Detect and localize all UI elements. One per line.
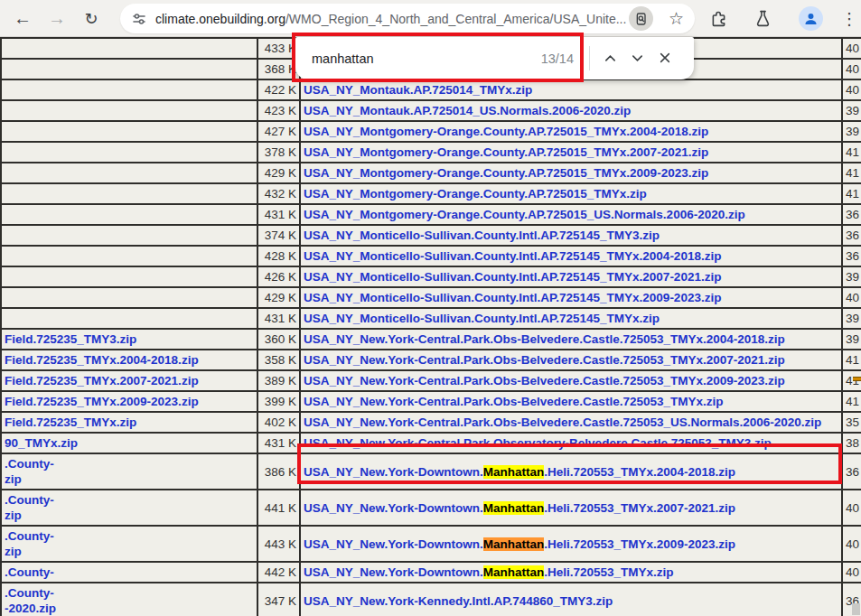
- file-link[interactable]: USA_NY_Monticello-Sullivan.County.Intl.A…: [304, 312, 660, 325]
- left-file-name-cell: Field.725235_TMYx.2007-2021.zip: [1, 370, 257, 391]
- file-size: 358 K: [257, 350, 300, 370]
- file-link-partial[interactable]: Field.725235_TMYx.2009-2023.zip: [5, 395, 199, 408]
- file-link[interactable]: USA_NY_New.York-Downtown.Manhattan.Heli.…: [304, 565, 674, 579]
- file-link[interactable]: USA_NY_New.York-Central.Park.Obs-Belvede…: [304, 332, 785, 346]
- site-info-icon[interactable]: [132, 12, 146, 26]
- table-row: Field.725235_TMY3.zip360 KUSA_NY_New.Yor…: [1, 329, 861, 350]
- file-link-partial[interactable]: .County-: [5, 493, 54, 507]
- file-link[interactable]: USA_NY_Montgomery-Orange.County.AP.72501…: [304, 145, 708, 159]
- file-link-partial[interactable]: .County-: [5, 457, 54, 471]
- file-link[interactable]: USA_NY_New.York-Central.Park.Observatory…: [304, 436, 772, 450]
- find-match: Manhattan: [483, 501, 545, 515]
- file-name-cell: USA_NY_New.York-Downtown.Manhattan.Heli.…: [300, 526, 842, 562]
- file-link[interactable]: USA_NY_New.York-Central.Park.Obs-Belvede…: [304, 415, 821, 429]
- url-text[interactable]: climate.onebuilding.org/WMO_Region_4_Nor…: [155, 12, 695, 26]
- file-link-partial[interactable]: Field.725235_TMYx.zip: [5, 415, 136, 429]
- left-file-name-cell: .County-zip: [1, 490, 257, 526]
- file-link-partial[interactable]: .County-: [5, 586, 54, 600]
- file-name-cell: USA_NY_New.York-Downtown.Manhattan.Heli.…: [300, 453, 842, 490]
- file-link-partial[interactable]: zip: [5, 509, 22, 522]
- file-link[interactable]: USA_NY_New.York-Kennedy.Intl.AP.744860_T…: [304, 594, 613, 608]
- file-link-partial[interactable]: 90_TMYx.zip: [5, 436, 78, 450]
- file-size: 389 K: [257, 370, 300, 391]
- table-row: .County-442 KUSA_NY_New.York-Downtown.Ma…: [1, 562, 861, 583]
- file-size-clipped: 39: [842, 329, 861, 350]
- table-row: 431 KUSA_NY_Montgomery-Orange.County.AP.…: [1, 204, 861, 225]
- file-name-cell: USA_NY_New.York-Central.Park.Obs-Belvede…: [300, 350, 842, 370]
- find-match: Manhattan: [483, 565, 545, 579]
- file-size-clipped: 40: [842, 59, 861, 79]
- file-link-partial[interactable]: Field.725235_TMY3.zip: [5, 332, 136, 346]
- reload-icon[interactable]: ↻: [78, 0, 105, 37]
- find-in-page-icon[interactable]: [629, 6, 653, 31]
- find-next-button[interactable]: [623, 44, 650, 71]
- file-size: 431 K: [257, 433, 300, 453]
- left-file-name-cell: [1, 183, 257, 204]
- file-link[interactable]: USA_NY_Montgomery-Orange.County.AP.72501…: [304, 187, 647, 201]
- file-size: 360 K: [257, 329, 300, 350]
- table-row: 423 KUSA_NY_Montauk.AP.725014_US.Normals…: [1, 100, 861, 121]
- file-link[interactable]: USA_NY_New.York-Downtown.Manhattan.Heli.…: [304, 465, 735, 479]
- file-name-cell: USA_NY_New.York-Central.Park.Obs-Belvede…: [300, 370, 842, 391]
- file-size: 429 K: [257, 287, 300, 308]
- more-menu-icon[interactable]: ⋮: [837, 0, 861, 37]
- file-name-cell: USA_NY_Montgomery-Orange.County.AP.72501…: [300, 163, 842, 183]
- scrollbar-find-marker: [853, 377, 861, 381]
- table-row: .County-zip386 KUSA_NY_New.York-Downtown…: [1, 453, 861, 490]
- file-size: 427 K: [257, 121, 300, 142]
- extensions-icon[interactable]: [706, 0, 731, 37]
- file-name-cell: USA_NY_Montauk.AP.725014_TMYx.zip: [300, 79, 842, 100]
- file-link-partial[interactable]: -2020.zip: [5, 602, 56, 615]
- file-link[interactable]: USA_NY_New.York-Downtown.Manhattan.Heli.…: [304, 501, 735, 515]
- file-table-body: 433 K40368 K40422 KUSA_NY_Montauk.AP.725…: [1, 38, 861, 616]
- find-match-counter: 13/14: [541, 37, 574, 79]
- scrollbar-thumb[interactable]: [852, 603, 860, 615]
- file-name-cell: USA_NY_New.York-Central.Park.Obs-Belvede…: [300, 391, 842, 412]
- file-size-clipped: 41: [842, 163, 861, 183]
- file-name-cell: USA_NY_Monticello-Sullivan.County.Intl.A…: [300, 246, 842, 266]
- file-size: 378 K: [257, 142, 300, 163]
- find-previous-button[interactable]: [596, 44, 623, 71]
- table-row: 428 KUSA_NY_Monticello-Sullivan.County.I…: [1, 246, 861, 266]
- file-link-partial[interactable]: zip: [5, 472, 22, 486]
- bookmark-star-icon[interactable]: ☆: [669, 4, 684, 33]
- profile-avatar[interactable]: [799, 6, 823, 31]
- table-row: 429 KUSA_NY_Monticello-Sullivan.County.I…: [1, 287, 861, 308]
- back-icon[interactable]: ←: [9, 0, 36, 37]
- file-name-cell: USA_NY_Monticello-Sullivan.County.Intl.A…: [300, 287, 842, 308]
- file-link-partial[interactable]: Field.725235_TMYx.2004-2018.zip: [5, 353, 199, 367]
- file-link[interactable]: USA_NY_Montgomery-Orange.County.AP.72501…: [304, 208, 745, 221]
- file-link[interactable]: USA_NY_New.York-Downtown.Manhattan.Heli.…: [304, 537, 735, 551]
- table-row: Field.725235_TMYx.2004-2018.zip358 KUSA_…: [1, 350, 861, 370]
- flask-icon[interactable]: [750, 0, 775, 37]
- file-link[interactable]: USA_NY_Montauk.AP.725014_TMYx.zip: [304, 83, 532, 97]
- file-link[interactable]: USA_NY_New.York-Central.Park.Obs-Belvede…: [304, 395, 723, 408]
- forward-icon: →: [43, 0, 70, 37]
- file-link[interactable]: USA_NY_Monticello-Sullivan.County.Intl.A…: [304, 291, 721, 304]
- file-link-partial[interactable]: Field.725235_TMYx.2007-2021.zip: [5, 374, 199, 387]
- left-file-name-cell: Field.725235_TMYx.2004-2018.zip: [1, 350, 257, 370]
- file-link-partial[interactable]: zip: [5, 545, 22, 558]
- file-link[interactable]: USA_NY_Monticello-Sullivan.County.Intl.A…: [304, 249, 721, 263]
- file-link-partial[interactable]: .County-: [5, 529, 54, 543]
- find-close-icon[interactable]: [651, 44, 679, 71]
- file-link[interactable]: USA_NY_Monticello-Sullivan.County.Intl.A…: [304, 229, 660, 242]
- file-link[interactable]: USA_NY_Montgomery-Orange.County.AP.72501…: [304, 166, 708, 180]
- file-link[interactable]: USA_NY_New.York-Central.Park.Obs-Belvede…: [304, 374, 785, 387]
- file-name-cell: USA_NY_New.York-Central.Park.Obs-Belvede…: [300, 412, 842, 433]
- file-link[interactable]: USA_NY_Monticello-Sullivan.County.Intl.A…: [304, 270, 721, 284]
- left-file-name-cell: 90_TMYx.zip: [1, 433, 257, 453]
- file-link-partial[interactable]: .County-: [5, 565, 54, 579]
- file-size-clipped: 40: [842, 79, 861, 100]
- table-row: 378 KUSA_NY_Montgomery-Orange.County.AP.…: [1, 142, 861, 163]
- table-row: .County-zip441 KUSA_NY_New.York-Downtown…: [1, 490, 861, 526]
- file-link[interactable]: USA_NY_Montgomery-Orange.County.AP.72501…: [304, 125, 708, 138]
- file-link[interactable]: USA_NY_New.York-Central.Park.Obs-Belvede…: [304, 353, 785, 367]
- address-bar[interactable]: climate.onebuilding.org/WMO_Region_4_Nor…: [120, 4, 695, 33]
- file-link[interactable]: USA_NY_Montauk.AP.725014_US.Normals.2006…: [304, 104, 631, 117]
- file-size: 347 K: [257, 583, 300, 616]
- file-size: 423 K: [257, 100, 300, 121]
- find-query-input[interactable]: manhattan: [312, 37, 492, 79]
- table-row: .County-zip443 KUSA_NY_New.York-Downtown…: [1, 526, 861, 562]
- file-size-clipped: 36: [842, 204, 861, 225]
